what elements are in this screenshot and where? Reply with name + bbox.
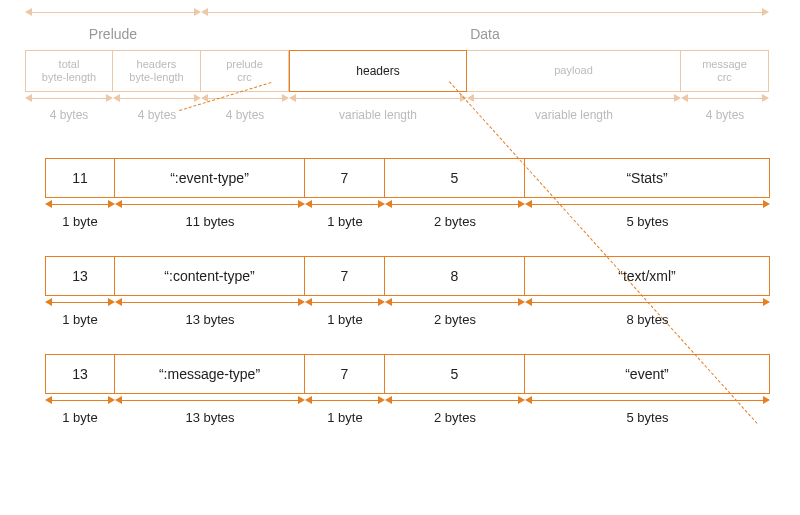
t: 13 bytes <box>115 408 305 425</box>
hcell: 7 <box>305 158 385 198</box>
t: variable length <box>467 106 681 122</box>
section-labels: Prelude Data <box>25 20 780 36</box>
hcell: 7 <box>305 354 385 394</box>
hcell: “:message-type” <box>115 354 305 394</box>
t: 7 <box>341 366 349 382</box>
cell-message-crc: message crc <box>681 50 769 92</box>
b: 1 byte <box>305 408 385 424</box>
b: 1 byte <box>305 212 385 228</box>
t: 1 byte <box>45 408 115 425</box>
t: variable length <box>289 106 467 122</box>
t: 1 byte <box>45 310 115 327</box>
text: headers <box>356 64 399 78</box>
size-total: 4 bytes <box>25 106 113 122</box>
cell-headers-length: headers byte-length <box>113 50 201 92</box>
hcell: 8 <box>385 256 525 296</box>
t: “:content-type” <box>164 268 254 284</box>
hcell: 7 <box>305 256 385 296</box>
text-prelude: Prelude <box>25 24 201 42</box>
hcell: 5 <box>385 158 525 198</box>
section-data-label: Data <box>201 20 769 36</box>
t: 8 bytes <box>525 310 770 327</box>
byte-row-1: 1 byte 11 bytes 1 byte 2 bytes 5 bytes <box>45 212 780 228</box>
b: 1 byte <box>45 212 115 228</box>
t: 13 <box>72 268 88 284</box>
b: 8 bytes <box>525 310 770 326</box>
hcell: “event” <box>525 354 770 394</box>
t: 5 <box>451 366 459 382</box>
t: 11 <box>72 170 88 186</box>
hcell: 13 <box>45 354 115 394</box>
t: 13 bytes <box>115 310 305 327</box>
hcell: “text/xml” <box>525 256 770 296</box>
t: “:message-type” <box>159 366 260 382</box>
b: 13 bytes <box>115 408 305 424</box>
b: 1 byte <box>45 310 115 326</box>
t: 1 byte <box>305 408 385 425</box>
size-payload: variable length <box>467 106 681 122</box>
t: 7 <box>341 170 349 186</box>
b: 11 bytes <box>115 212 305 228</box>
header-row-event-type: 11 “:event-type” 7 5 “Stats” <box>45 158 780 198</box>
byte-row-2: 1 byte 13 bytes 1 byte 2 bytes 8 bytes <box>45 310 780 326</box>
t: 5 bytes <box>525 212 770 229</box>
t: 2 bytes <box>385 408 525 425</box>
hcell: 5 <box>385 354 525 394</box>
t: 4 bytes <box>201 106 289 122</box>
size-headers: variable length <box>289 106 467 122</box>
header-row-content-type: 13 “:content-type” 7 8 “text/xml” <box>45 256 780 296</box>
t: 2 bytes <box>385 310 525 327</box>
hcell: 13 <box>45 256 115 296</box>
text: headers byte-length <box>129 58 183 84</box>
top-sizes-row: 4 bytes 4 bytes 4 bytes variable length … <box>25 106 780 122</box>
b: 2 bytes <box>385 408 525 424</box>
b: 1 byte <box>305 310 385 326</box>
b: 1 byte <box>45 408 115 424</box>
hcell: “Stats” <box>525 158 770 198</box>
size-msgcrc: 4 bytes <box>681 106 769 122</box>
text-data: Data <box>201 24 769 42</box>
header-row-message-type: 13 “:message-type” 7 5 “event” <box>45 354 780 394</box>
hcell: “:event-type” <box>115 158 305 198</box>
t: 4 bytes <box>25 106 113 122</box>
hcell: “:content-type” <box>115 256 305 296</box>
t: 7 <box>341 268 349 284</box>
b: 5 bytes <box>525 408 770 424</box>
t: “:event-type” <box>170 170 249 186</box>
b: 13 bytes <box>115 310 305 326</box>
t: 8 <box>451 268 459 284</box>
t: 4 bytes <box>681 106 769 122</box>
text: message crc <box>702 58 747 84</box>
t: “text/xml” <box>618 268 676 284</box>
text: payload <box>554 64 593 77</box>
size-precrc: 4 bytes <box>201 106 289 122</box>
section-prelude-label: Prelude <box>25 20 201 36</box>
b: 5 bytes <box>525 212 770 228</box>
t: 1 byte <box>305 212 385 229</box>
hcell: 11 <box>45 158 115 198</box>
text: prelude crc <box>226 58 263 84</box>
t: 5 <box>451 170 459 186</box>
t: “event” <box>625 366 669 382</box>
b: 2 bytes <box>385 310 525 326</box>
t: 1 byte <box>45 212 115 229</box>
t: “Stats” <box>626 170 667 186</box>
message-structure-row: total byte-length headers byte-length pr… <box>25 50 780 92</box>
t: 1 byte <box>305 310 385 327</box>
cell-prelude-crc: prelude crc <box>201 50 289 92</box>
t: 13 <box>72 366 88 382</box>
t: 2 bytes <box>385 212 525 229</box>
b: 2 bytes <box>385 212 525 228</box>
cell-payload: payload <box>467 50 681 92</box>
byte-row-3: 1 byte 13 bytes 1 byte 2 bytes 5 bytes <box>45 408 780 424</box>
t: 11 bytes <box>115 212 305 229</box>
text: total byte-length <box>42 58 96 84</box>
t: 5 bytes <box>525 408 770 425</box>
cell-total-length: total byte-length <box>25 50 113 92</box>
cell-headers: headers <box>289 50 467 92</box>
